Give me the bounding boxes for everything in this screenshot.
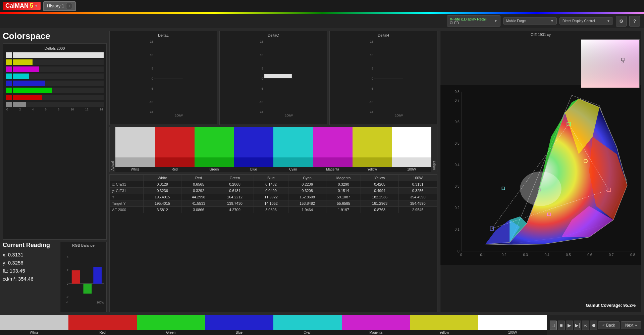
svg-text:0.1: 0.1 [454,228,460,231]
deltae-bar-track [13,95,104,100]
table-cell: 4.2709 [216,207,254,213]
help-button[interactable]: ? [629,16,640,27]
svg-text:0.5: 0.5 [566,253,571,257]
swatch-actual [234,127,273,157]
svg-text:0.4: 0.4 [544,253,549,257]
next-button[interactable]: Next » [621,321,641,329]
source1-dropdown[interactable]: X-Rite i1Display Retail OLED ▼ [447,15,500,27]
reading-title: Current Reading [3,242,58,249]
bottom-swatch[interactable]: Magenta [342,315,410,335]
table-row: Target Y195.401541.5533139.743014.105215… [110,200,437,207]
deltae-axis: 02468101214 [6,108,104,111]
bottom-swatch[interactable]: White [0,315,68,335]
swatch-name: Cyan [289,167,297,172]
svg-text:-5: -5 [151,87,153,90]
app-logo: CalMAN5 ▼ [3,2,41,10]
table-cell: 354.4590 [399,194,437,200]
deltae-bar-row [6,102,104,107]
add-tab-button[interactable]: + [66,3,72,9]
deltae-bar-row [6,95,104,100]
source3-dropdown[interactable]: Direct Display Control ▼ [559,17,613,25]
table-cell: 14.1052 [254,200,288,207]
history-tab[interactable]: History 1 + [43,1,76,11]
deltae-bar-row [6,59,104,65]
table-cell: 195.4015 [143,194,181,200]
next-frame-button[interactable]: ▶| [574,321,581,330]
stop-button[interactable]: ■ [558,321,565,330]
bottom-swatch-label: 100W [508,330,517,335]
th-blue: Blue [254,175,288,181]
svg-text:-15: -15 [259,110,263,113]
reading-panel: Current Reading x: 0.3131 y: 0.3256 fL: … [3,242,58,312]
svg-text:-5: -5 [371,87,373,90]
svg-text:10: 10 [370,53,373,57]
swatch-target [195,157,234,167]
bottom-swatch-color [0,315,68,330]
bottom-swatch-label: Green [166,330,175,335]
th-yellow: Yellow [361,175,399,181]
next-label: Next [625,323,634,328]
source2-dropdown[interactable]: Mobile Forge ▼ [503,17,557,25]
table-cell: 0.8763 [361,207,399,213]
back-label: Back [606,323,615,328]
svg-text:5: 5 [152,67,153,70]
table-cell: 0.3208 [288,188,326,194]
deltaL-chart: DeltaL 15 10 5 0 -5 -10 -15 100W [109,31,217,125]
table-row: Y195.401544.2998164.221211.9922152.86085… [110,194,437,200]
bottom-bar: WhiteRedGreenBlueCyanMagentaYellow100W □… [0,315,644,335]
bottom-swatch-color [68,315,137,330]
table-cell: 354.4590 [399,200,437,207]
svg-text:5: 5 [372,67,373,70]
content-area: Colorspace DeltaE 2000 02468101214 Curre… [0,28,644,315]
th-red: Red [181,175,216,181]
bottom-swatch[interactable]: Green [137,315,205,335]
deltaC-title: DeltaC [222,33,325,37]
bottom-swatch[interactable]: Yellow [410,315,479,335]
table-cell: 0.3129 [143,181,181,188]
back-button[interactable]: « Back [598,321,619,329]
swatch-name: Yellow [367,167,377,172]
bottom-swatch-label: Yellow [439,330,449,335]
th-magenta: Magenta [326,175,361,181]
bottom-swatch-color [342,315,410,330]
bottom-swatch[interactable]: Red [68,315,137,335]
record-button[interactable]: ⏺ [590,321,597,330]
loop-button[interactable]: ∞ [582,321,589,330]
swatch-col: 100W [392,127,431,172]
table-cell: 0.3290 [326,181,361,188]
settings-button[interactable]: ⚙ [616,16,627,27]
delta-charts-row: DeltaL 15 10 5 0 -5 -10 -15 100W [109,31,437,125]
play-button[interactable]: ▶ [566,321,573,330]
svg-text:100W: 100W [97,301,105,304]
bottom-swatch[interactable]: 100W [478,315,547,335]
svg-text:0.5: 0.5 [454,142,460,145]
right-column: CIE 1931 xy 0 0.1 0.2 0.3 0.4 [440,31,641,312]
svg-point-68 [520,172,561,206]
swatch-actual [115,127,155,157]
svg-rect-78 [581,40,640,88]
swatch-target [313,157,353,167]
table-cell: 152.8608 [288,194,326,200]
svg-text:0: 0 [262,77,263,80]
table-cell: 164.2212 [216,194,254,200]
main-wrapper: Colorspace DeltaE 2000 02468101214 Curre… [0,28,644,335]
swatch-name: Magenta [326,167,339,172]
colorspace-title: Colorspace [3,31,107,41]
svg-text:0: 0 [458,249,460,253]
deltae-bars [6,52,104,107]
svg-text:15: 15 [260,40,263,43]
swatches-inner: WhiteRedGreenBlueCyanMagentaYellow100W [115,127,431,172]
bottom-swatch[interactable]: Blue [205,315,273,335]
swatch-target [115,157,155,167]
bottom-swatch[interactable]: Cyan [273,315,342,335]
svg-text:0: 0 [460,253,462,257]
bottom-swatch-label: Blue [236,330,243,335]
deltae-bar-fill [13,95,42,100]
table-cell: 0.2236 [288,181,326,188]
square-button[interactable]: □ [550,321,557,330]
source3-arrow: ▼ [607,19,610,23]
deltae-bar-fill [13,81,45,86]
deltae-chart: DeltaE 2000 02468101214 [3,43,107,240]
table-cell: 55.6585 [326,200,361,207]
svg-text:0.8: 0.8 [630,253,635,257]
